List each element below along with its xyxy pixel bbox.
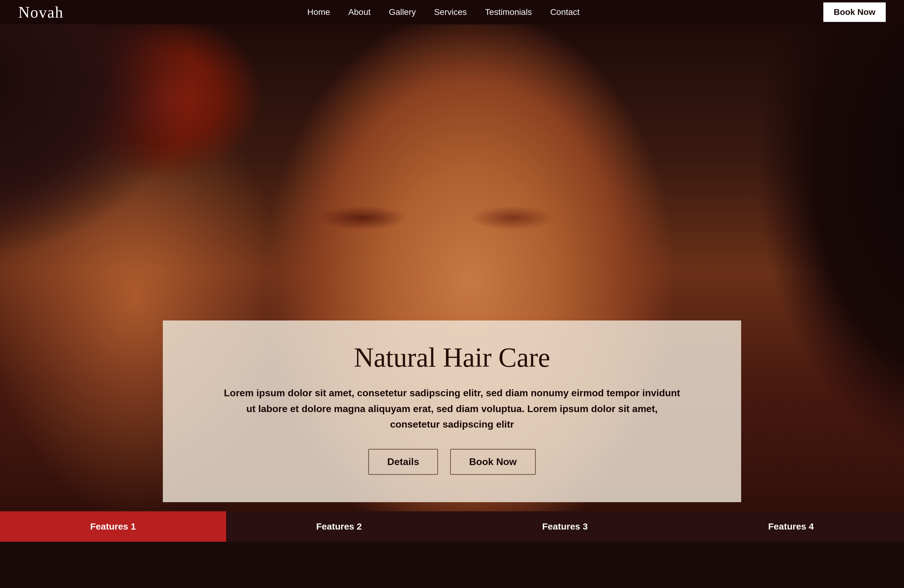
feature-label-2: Features 2: [316, 522, 362, 532]
nav-link-about[interactable]: About: [348, 7, 370, 17]
nav-link-testimonials[interactable]: Testimonials: [485, 7, 532, 17]
brand-logo[interactable]: Novah: [18, 3, 63, 21]
nav-link-home[interactable]: Home: [307, 7, 330, 17]
nav-item-services[interactable]: Services: [434, 7, 466, 17]
hero-buttons: Details Book Now: [199, 449, 705, 475]
nav-link-contact[interactable]: Contact: [550, 7, 580, 17]
details-button[interactable]: Details: [368, 449, 438, 475]
nav-item-contact[interactable]: Contact: [550, 7, 580, 17]
features-bar: Features 1 Features 2 Features 3 Feature…: [0, 511, 904, 542]
feature-item-2[interactable]: Features 2: [226, 511, 452, 542]
feature-item-3[interactable]: Features 3: [452, 511, 678, 542]
nav-item-testimonials[interactable]: Testimonials: [485, 7, 532, 17]
feature-label-1: Features 1: [90, 522, 136, 532]
nav-item-gallery[interactable]: Gallery: [389, 7, 416, 17]
feature-label-4: Features 4: [768, 522, 814, 532]
hero-title: Natural Hair Care: [199, 342, 705, 373]
nav-link-gallery[interactable]: Gallery: [389, 7, 416, 17]
hero-content-card: Natural Hair Care Lorem ipsum dolor sit …: [163, 321, 741, 502]
nav-item-home[interactable]: Home: [307, 7, 330, 17]
nav-book-button[interactable]: Book Now: [823, 2, 886, 22]
feature-label-3: Features 3: [542, 522, 588, 532]
hero-description: Lorem ipsum dolor sit amet, consetetur s…: [224, 385, 680, 432]
navbar: Novah Home About Gallery Services Testim…: [0, 0, 904, 24]
hero-section: Natural Hair Care Lorem ipsum dolor sit …: [0, 0, 904, 542]
feature-item-4[interactable]: Features 4: [678, 511, 904, 542]
nav-links: Home About Gallery Services Testimonials…: [307, 7, 580, 17]
feature-item-1[interactable]: Features 1: [0, 511, 226, 542]
nav-item-about[interactable]: About: [348, 7, 370, 17]
book-now-button[interactable]: Book Now: [450, 449, 536, 475]
nav-link-services[interactable]: Services: [434, 7, 466, 17]
